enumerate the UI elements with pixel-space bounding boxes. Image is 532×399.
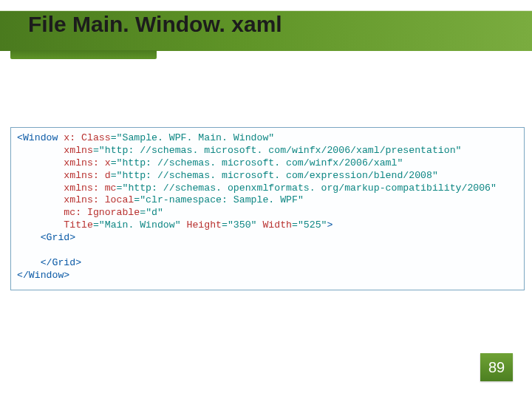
code-token: "clr-namespace: Sample. WPF" [140,194,304,205]
code-token: "525" [298,219,327,231]
code-token: "350" [228,219,257,231]
code-token: "d" [146,207,163,218]
code-token: xmlns [64,145,93,156]
code-token: "http: //schemas. openxmlformats. org/ma… [122,183,496,194]
code-token: xmlns: x [64,157,110,168]
code-token: = [222,219,228,231]
header-tab-accent [10,50,157,59]
code-token: xmlns: d [64,170,110,181]
code-token: xmlns: local [64,194,134,205]
code-block: <Window x: Class="Sample. WPF. Main. Win… [10,127,525,290]
code-token: = [292,219,298,231]
code-token: = [140,207,146,218]
code-token: = [93,219,99,231]
code-token: </Window> [17,270,69,281]
code-token: = [93,145,99,156]
code-token: = [111,132,117,143]
page-number: 89 [488,359,505,376]
code-token: Title [64,219,93,231]
code-token: = [134,194,140,205]
code-token: <Grid> [41,232,75,243]
code-token: > [327,219,333,231]
slide: File Main. Window. xaml <Window x: Class… [0,0,532,399]
code-token: </Grid> [41,257,81,268]
code-token: x: Class [64,132,110,143]
code-token: xmlns: mc [64,183,116,194]
page-number-badge: 89 [480,353,513,381]
slide-title: File Main. Window. xaml [28,13,282,35]
code-token: = [111,157,117,168]
code-token: Height [187,219,222,231]
code-token: Width [262,219,292,231]
code-token: "http: //schemas. microsoft. com/winfx/2… [99,145,462,156]
code-token: "Main. Window" [99,219,181,231]
code-token: = [111,170,117,181]
xaml-code: <Window x: Class="Sample. WPF. Main. Win… [17,132,518,282]
code-token: "http: //schemas. microsoft. com/express… [117,170,438,181]
code-token: "http: //schemas. microsoft. com/winfx/2… [117,157,403,168]
code-token: <Window [17,132,58,143]
code-token: "Sample. WPF. Main. Window" [117,132,275,143]
code-token: mc: Ignorable [64,207,140,218]
